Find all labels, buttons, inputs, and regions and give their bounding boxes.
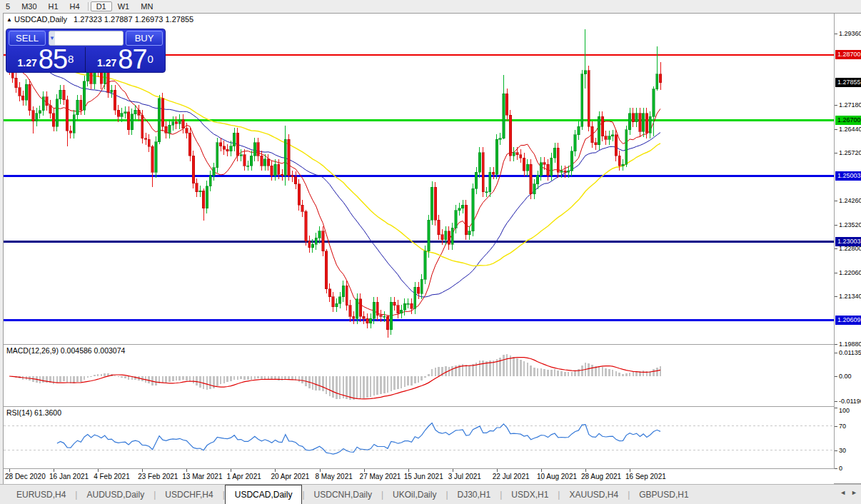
sell-price-pips: 85	[39, 48, 67, 71]
toolbar-separator	[88, 2, 89, 11]
axis-tick	[835, 353, 837, 353]
tab-usdx-h1[interactable]: USDX,H1	[502, 485, 558, 504]
axis-tick	[835, 408, 837, 408]
macd-axis-label: 0.00	[839, 373, 852, 380]
buy-button[interactable]: BUY	[126, 31, 163, 46]
date-axis-label: 15 Jun 2021	[404, 473, 443, 480]
tab-gbpusd-h1[interactable]: GBPUSD,H1	[630, 485, 698, 504]
axis-tick	[835, 225, 837, 226]
level-price-badge: 1.28700	[835, 50, 861, 59]
axis-tick	[835, 401, 837, 402]
price-up-arrow-icon: ▲	[6, 16, 12, 23]
chart-header: ▲ USDCAD,Daily 1.27323 1.27887 1.26973 1…	[6, 15, 193, 24]
axis-tick	[835, 105, 837, 106]
tab-scroll-controls: ◄►	[835, 489, 857, 496]
price-axis: 1.293601.271801.264401.257201.242601.235…	[834, 14, 861, 469]
date-axis-label: 28 Aug 2021	[581, 473, 621, 480]
date-tick	[408, 469, 409, 472]
price-axis-label: 1.29360	[839, 30, 861, 37]
chart-tab-bar: EURUSD,H4|AUDUSD,Daily|USDCHF,H4|USDCAD,…	[0, 484, 861, 504]
axis-tick	[835, 153, 837, 153]
tab-usdchf-h4[interactable]: USDCHF,H4	[156, 485, 222, 504]
date-tick	[364, 469, 365, 472]
buy-price[interactable]: 1.27 87 0	[86, 47, 165, 72]
timeframe-button-h4[interactable]: H4	[64, 1, 86, 11]
date-axis-label: 3 Jul 2021	[448, 473, 481, 480]
date-axis-label: 1 Apr 2021	[226, 473, 261, 480]
macd-axis-label: -0.01190	[839, 398, 861, 405]
timeframe-button-h1[interactable]: H1	[43, 1, 64, 11]
level-price-badge: 1.20609	[835, 316, 861, 325]
axis-tick	[835, 344, 837, 345]
date-axis-label: 23 Feb 2021	[138, 473, 178, 480]
axis-tick	[835, 201, 837, 201]
timeframe-button-5[interactable]: 5	[0, 1, 16, 11]
date-axis-label: 4 Feb 2021	[94, 473, 130, 480]
sell-price[interactable]: 1.27 85 8	[6, 47, 86, 72]
date-axis-label: 16 Sep 2021	[625, 473, 666, 480]
date-axis-label: 13 Mar 2021	[182, 473, 222, 480]
date-axis-label: 16 Jan 2021	[49, 473, 89, 480]
rsi-indicator-label: RSI(14) 61.3600	[6, 408, 61, 417]
price-axis-label: 1.25720	[839, 149, 861, 156]
timeframe-toolbar: 5M30H1H4D1W1MN	[0, 0, 861, 13]
sell-button[interactable]: SELL	[9, 31, 46, 46]
tab-xauusd-h4[interactable]: XAUUSD,H4	[560, 485, 628, 504]
buy-price-point: 0	[148, 47, 153, 71]
price-axis-label: 1.22060	[839, 269, 861, 276]
axis-tick	[835, 34, 837, 34]
timeframe-button-m30[interactable]: M30	[16, 1, 42, 11]
pane-separator[interactable]	[4, 344, 861, 345]
level-price-badge: 1.23003	[835, 237, 861, 246]
date-tick	[541, 469, 542, 472]
date-tick	[186, 469, 187, 472]
date-axis-label: 27 May 2021	[360, 473, 401, 480]
axis-tick	[835, 129, 837, 130]
current-price-badge: 1.27855	[835, 78, 861, 87]
macd-chart-canvas[interactable]	[4, 346, 834, 406]
timeframe-button-d1[interactable]: D1	[91, 1, 112, 11]
axis-tick	[835, 468, 837, 469]
timeframe-button-w1[interactable]: W1	[112, 1, 136, 11]
date-tick	[231, 469, 231, 472]
tab-audusd-daily[interactable]: AUDUSD,Daily	[77, 485, 153, 504]
price-axis-label: 1.21340	[839, 293, 861, 300]
date-tick	[9, 469, 10, 472]
level-price-badge: 1.25003	[835, 171, 861, 181]
price-axis-label: 1.26440	[839, 126, 861, 133]
tab-ukoil-daily[interactable]: UKOil,Daily	[383, 485, 445, 504]
date-axis-label: 20 Apr 2021	[271, 473, 309, 480]
pane-separator[interactable]	[4, 406, 861, 407]
rsi-chart-canvas[interactable]	[4, 408, 834, 468]
date-axis-label: 8 May 2021	[316, 473, 353, 480]
tab-scroll-right-icon[interactable]: ►	[851, 489, 857, 496]
macd-indicator-label: MACD(12,26,9) 0.004586 0.003074	[6, 346, 125, 355]
tab-usdcad-daily[interactable]: USDCAD,Daily	[225, 485, 303, 504]
axis-tick	[835, 273, 837, 273]
tab-scroll-left-icon[interactable]: ◄	[840, 489, 846, 496]
symbol-ohlc-values: 1.27323 1.27887 1.26973 1.27855	[74, 15, 193, 24]
volume-decrease-icon[interactable]: ▼	[49, 31, 55, 45]
volume-spinner: ▼ ▲	[49, 31, 124, 46]
volume-input[interactable]	[55, 31, 124, 45]
rsi-axis-label: 30	[839, 447, 846, 454]
axis-tick	[835, 450, 837, 451]
axis-tick	[835, 296, 837, 297]
tab-dj30-h1[interactable]: DJ30,H1	[448, 485, 500, 504]
date-tick	[585, 469, 586, 472]
date-tick	[54, 469, 54, 472]
axis-tick	[835, 426, 837, 427]
timeframe-button-mn[interactable]: MN	[135, 1, 158, 11]
macd-axis-label: 0.01135	[839, 349, 861, 356]
date-axis: 28 Dec 202016 Jan 20214 Feb 202123 Feb 2…	[4, 469, 834, 485]
buy-price-base: 1.27	[97, 55, 116, 71]
tab-usdcnh-daily[interactable]: USDCNH,Daily	[305, 485, 381, 504]
date-tick	[630, 469, 630, 472]
tab-eurusd-h4[interactable]: EURUSD,H4	[7, 485, 75, 504]
date-axis-label: 10 Aug 2021	[537, 473, 577, 480]
price-axis-label: 1.24260	[839, 197, 861, 204]
date-tick	[320, 469, 321, 472]
date-tick	[497, 469, 498, 472]
rsi-axis-label: 70	[839, 423, 846, 430]
sell-price-point: 8	[68, 47, 74, 71]
